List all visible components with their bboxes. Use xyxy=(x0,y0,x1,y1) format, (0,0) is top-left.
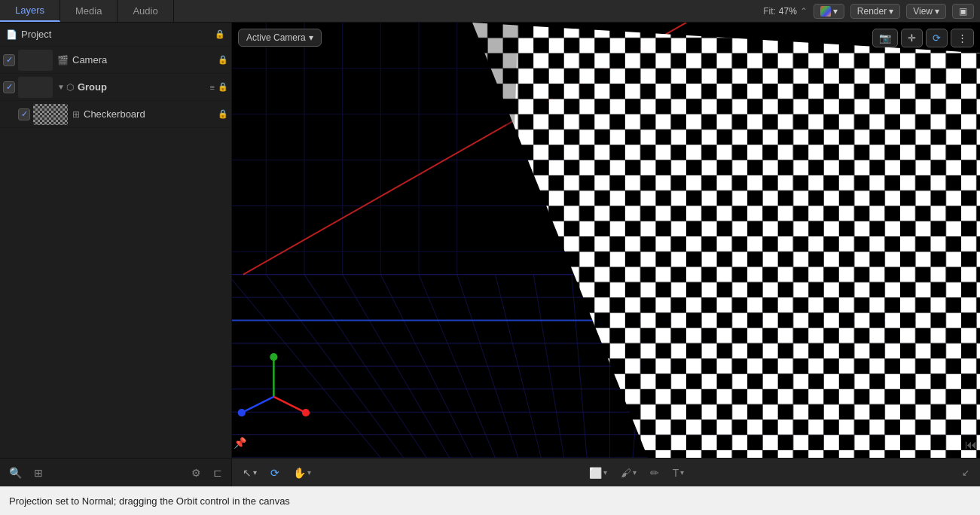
group-lock-icon: 🔒 xyxy=(218,82,228,92)
tab-group: Layers Media Audio xyxy=(0,0,174,22)
checkerboard-lock-icon: 🔒 xyxy=(218,109,228,119)
sidebar-grid-button[interactable]: ⊞ xyxy=(31,464,46,482)
aspect-icon: ▣ xyxy=(959,6,967,17)
status-text: Projection set to Normal; dragging the O… xyxy=(9,495,290,507)
frame-button[interactable]: ⬜ ▾ xyxy=(585,464,612,482)
text-button[interactable]: T ▾ xyxy=(668,464,689,482)
text-icon: T xyxy=(673,467,679,479)
canvas-more-icon-btn[interactable]: ⋮ xyxy=(951,29,974,47)
canvas-move-icon-btn[interactable]: ✛ xyxy=(901,29,923,47)
group-thumbnail xyxy=(18,77,53,98)
hand-chevron: ▾ xyxy=(307,468,311,477)
group-expand-arrow[interactable]: ▼ xyxy=(57,83,65,91)
project-name: Project xyxy=(21,29,215,40)
canvas-top-right: 📷 ✛ ⟳ ⋮ xyxy=(872,29,974,47)
camera-dropdown-chevron: ▾ xyxy=(309,32,313,43)
layer-item-checkerboard[interactable]: ⊞ Checkerboard 🔒 xyxy=(0,101,231,128)
bottom-toolbar: ↖ ▾ ⟳ ✋ ▾ ⬜ ▾ 🖌 ▾ ✏ T xyxy=(232,458,980,486)
sidebar-settings-button[interactable]: ⚙ xyxy=(188,464,204,482)
camera-lock-icon: 🔒 xyxy=(218,55,228,65)
canvas-viewport[interactable]: 📌 ⏮ xyxy=(232,23,980,458)
checkerboard-name: Checkerboard xyxy=(84,108,218,120)
canvas-camera-icon: 📷 xyxy=(879,32,891,44)
canvas-area: Active Camera ▾ 📷 ✛ ⟳ ⋮ xyxy=(232,23,980,486)
scroll-indicator: ⏮ xyxy=(965,438,977,452)
text-chevron: ▾ xyxy=(680,468,684,477)
canvas-more-icon: ⋮ xyxy=(957,32,967,44)
svg-point-57 xyxy=(302,409,310,416)
transform-icon: ↙ xyxy=(962,468,969,478)
color-swatch xyxy=(820,6,831,17)
frame-icon: ⬜ xyxy=(589,467,602,479)
canvas-camera-icon-btn[interactable]: 📷 xyxy=(872,29,898,47)
checkerboard-layer-icon: ⊞ xyxy=(72,109,80,120)
fit-chevron[interactable]: ⌃ xyxy=(800,6,808,17)
sidebar: 📄 Project 🔒 🎬 Camera 🔒 ▼ ⬡ Group ≡ 🔒 xyxy=(0,23,232,486)
view-label: View xyxy=(913,6,933,17)
canvas-orbit-icon-btn[interactable]: ⟳ xyxy=(926,29,948,47)
checkerboard-thumbnail xyxy=(33,104,68,125)
select-arrow-chevron: ▾ xyxy=(253,468,257,477)
top-right-controls: Fit: 47% ⌃ ▾ Render ▾ View ▾ ▣ xyxy=(763,4,980,19)
select-arrow-button[interactable]: ↖ ▾ xyxy=(238,464,261,482)
camera-layer-icon: 🎬 xyxy=(57,55,69,66)
tab-media-label: Media xyxy=(75,5,102,17)
status-bar: Projection set to Normal; dragging the O… xyxy=(0,486,980,515)
pencil-button[interactable]: ✏ xyxy=(646,464,664,482)
canvas-move-icon: ✛ xyxy=(908,32,916,44)
render-chevron: ▾ xyxy=(889,6,893,17)
tab-layers[interactable]: Layers xyxy=(0,0,60,22)
active-camera-button[interactable]: Active Camera ▾ xyxy=(238,29,322,47)
orbit-icon: ⟳ xyxy=(270,467,279,479)
sidebar-layers-button[interactable]: ⊏ xyxy=(210,464,225,482)
group-layer-icon: ⬡ xyxy=(66,82,74,93)
brush-chevron: ▾ xyxy=(633,468,637,477)
project-row[interactable]: 📄 Project 🔒 xyxy=(0,23,231,47)
camera-thumbnail xyxy=(18,50,53,71)
view-button[interactable]: View ▾ xyxy=(906,4,946,19)
color-button[interactable]: ▾ xyxy=(814,4,844,19)
transform-tool-button[interactable]: ↙ xyxy=(957,465,974,481)
orbit-button[interactable]: ⟳ xyxy=(266,464,284,482)
render-button[interactable]: Render ▾ xyxy=(850,4,900,19)
group-options-icon: ≡ xyxy=(210,83,215,92)
tab-media[interactable]: Media xyxy=(60,0,118,22)
project-lock-icon: 🔒 xyxy=(215,29,225,39)
svg-point-55 xyxy=(238,409,246,416)
tab-audio-label: Audio xyxy=(133,5,157,17)
brush-button[interactable]: 🖌 ▾ xyxy=(616,464,641,482)
fit-value: 47% xyxy=(779,6,797,17)
top-bar: Layers Media Audio Fit: 47% ⌃ ▾ Render ▾… xyxy=(0,0,980,23)
aspect-button[interactable]: ▣ xyxy=(952,4,974,19)
group-name: Group xyxy=(78,81,210,93)
camera-checkbox[interactable] xyxy=(3,54,15,66)
canvas-orbit-icon: ⟳ xyxy=(933,32,941,44)
layer-item-group[interactable]: ▼ ⬡ Group ≡ 🔒 xyxy=(0,74,231,101)
view-chevron: ▾ xyxy=(935,6,939,17)
sidebar-bottom: 🔍 ⊞ ⚙ ⊏ xyxy=(0,458,231,486)
project-icon: 📄 xyxy=(6,29,17,40)
group-checkbox[interactable] xyxy=(3,81,15,93)
sidebar-search-button[interactable]: 🔍 xyxy=(6,464,25,482)
brush-icon: 🖌 xyxy=(621,467,631,479)
render-label: Render xyxy=(857,6,887,17)
tab-layers-label: Layers xyxy=(15,5,44,16)
tab-audio[interactable]: Audio xyxy=(118,0,173,22)
fit-control: Fit: 47% ⌃ xyxy=(763,6,808,17)
fit-label: Fit: xyxy=(763,6,776,17)
camera-name: Camera xyxy=(72,54,218,66)
canvas-camera-toolbar: Active Camera ▾ xyxy=(238,29,322,47)
active-camera-label: Active Camera xyxy=(246,32,306,43)
svg-point-53 xyxy=(270,353,277,361)
select-arrow-icon: ↖ xyxy=(243,467,252,479)
layer-item-camera[interactable]: 🎬 Camera 🔒 xyxy=(0,47,231,74)
checkerboard-checkbox[interactable] xyxy=(18,108,30,120)
main-area: 📄 Project 🔒 🎬 Camera 🔒 ▼ ⬡ Group ≡ 🔒 xyxy=(0,23,980,486)
pin-icon: 📌 xyxy=(234,437,246,449)
frame-chevron: ▾ xyxy=(603,468,607,477)
hand-icon: ✋ xyxy=(293,467,306,479)
pencil-icon: ✏ xyxy=(650,467,659,479)
scene-svg xyxy=(232,23,980,458)
hand-button[interactable]: ✋ ▾ xyxy=(289,464,316,482)
color-chevron: ▾ xyxy=(833,6,838,17)
